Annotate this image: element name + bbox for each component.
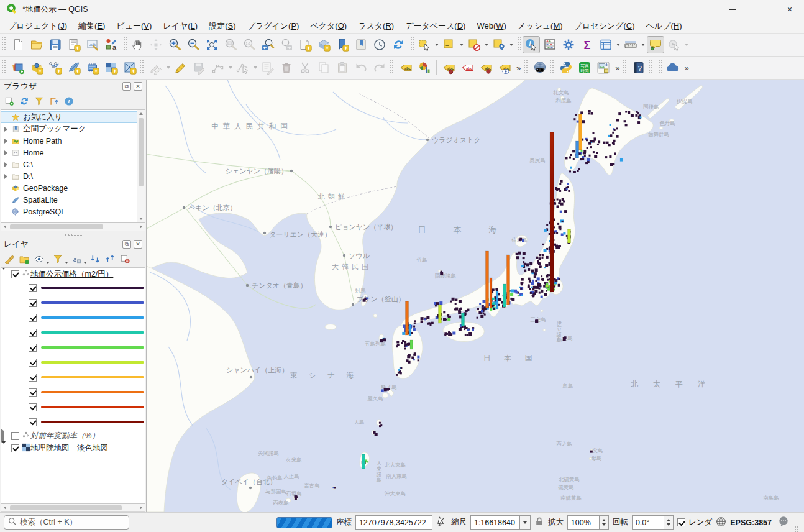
pin-labels-button[interactable]: abc <box>440 59 457 76</box>
menu-h[interactable]: ヘルプ(H) <box>641 19 688 34</box>
browser-vertical-scrollbar[interactable] <box>137 110 145 222</box>
add-vector-layer-button[interactable] <box>28 59 45 76</box>
legend-class-checkbox[interactable] <box>29 314 37 322</box>
menu-d[interactable]: データベース(D) <box>400 19 471 34</box>
browser-item-[interactable]: お気に入り <box>1 111 145 123</box>
add-delimited-text-button[interactable] <box>47 59 64 76</box>
close-button[interactable]: × <box>775 0 804 19</box>
legend-class-checkbox[interactable] <box>29 374 37 382</box>
browser-item-d[interactable]: D:\ <box>1 170 145 182</box>
layer-item[interactable]: 対前年変動率（%） <box>1 429 145 442</box>
panel-add-layer-button[interactable] <box>2 94 16 108</box>
run-feature-action-dropdown[interactable] <box>683 36 690 53</box>
paste-features-button[interactable] <box>334 59 351 76</box>
browser-item-c[interactable]: C:\ <box>1 158 145 170</box>
layers-close-button[interactable]: ✕ <box>134 240 142 249</box>
deselect-all-dropdown[interactable] <box>483 36 490 53</box>
select-features-button[interactable] <box>416 36 433 53</box>
legend-class-row[interactable] <box>1 295 145 310</box>
attribute-table-dropdown[interactable] <box>615 36 621 53</box>
expand-all-button[interactable] <box>88 252 102 266</box>
photo-time-plugin-button[interactable]: 写真時間 <box>576 59 593 76</box>
refresh-map-button[interactable] <box>390 36 407 53</box>
layer-checkbox[interactable] <box>11 432 19 440</box>
toolbar-overflow-chevron[interactable]: » <box>613 63 622 73</box>
current-edits-dropdown[interactable] <box>165 59 171 76</box>
new-bookmark-button[interactable] <box>334 36 351 53</box>
legend-class-checkbox[interactable] <box>29 284 37 292</box>
menu-j[interactable]: プロジェクト(J) <box>2 19 73 34</box>
run-feature-action-button[interactable] <box>665 36 683 53</box>
select-by-location-dropdown[interactable] <box>508 36 514 53</box>
vertex-tool-dropdown[interactable] <box>252 59 258 76</box>
zoom-full-button[interactable] <box>203 36 221 53</box>
remove-layer-button[interactable] <box>118 252 132 266</box>
legend-class-checkbox[interactable] <box>29 418 37 426</box>
select-features-dropdown[interactable] <box>434 36 440 53</box>
identify-features-button[interactable]: i <box>523 36 540 53</box>
add-postgis-button[interactable] <box>84 59 101 76</box>
legend-class-row[interactable] <box>1 385 145 400</box>
measure-line-dropdown[interactable] <box>640 36 646 53</box>
rotation-spinbox[interactable]: 0.0° <box>632 515 674 530</box>
zoom-native-button[interactable]: 1:1 <box>240 36 258 53</box>
layer-diagram-button[interactable] <box>416 59 433 76</box>
map-canvas[interactable]: 日本海東シナ海北太平洋日本国中華人民共和国北朝鮮大韓民国礼文島利尻島国後島択捉島… <box>147 80 804 512</box>
legend-class-row[interactable] <box>1 415 145 429</box>
legend-class-checkbox[interactable] <box>29 329 37 337</box>
cut-features-button[interactable] <box>296 59 314 76</box>
measure-line-button[interactable] <box>622 36 639 53</box>
pan-to-selection-button[interactable] <box>147 36 165 53</box>
map-tips-button[interactable] <box>647 36 664 53</box>
crs-status[interactable]: EPSG:3857 <box>730 518 772 527</box>
legend-class-row[interactable] <box>1 310 145 325</box>
help-contents-button[interactable]: ? <box>630 59 647 76</box>
save-project-button[interactable] <box>47 36 64 53</box>
collapse-all-button[interactable] <box>103 252 117 266</box>
toolbar-overflow-chevron[interactable]: » <box>514 63 523 73</box>
legend-class-row[interactable] <box>1 370 145 385</box>
menu-w[interactable]: Web(W) <box>471 19 511 32</box>
osm-place-search-button[interactable] <box>531 59 549 76</box>
highlight-labels-button[interactable]: abc <box>459 59 476 76</box>
pan-map-button[interactable] <box>129 36 146 53</box>
layout-manager-button[interactable] <box>84 36 101 53</box>
layer-checkbox[interactable] <box>11 270 19 278</box>
data-source-manager-button[interactable] <box>9 59 27 76</box>
layers-float-button[interactable]: ⧉ <box>122 240 131 249</box>
menu-p[interactable]: プラグイン(P) <box>242 19 305 34</box>
locator-search-input[interactable]: 検索（Ctrl + K） <box>4 515 129 530</box>
browser-float-button[interactable]: ⧉ <box>122 82 131 91</box>
layers-horizontal-scrollbar[interactable] <box>1 504 145 512</box>
legend-class-row[interactable] <box>1 400 145 415</box>
undo-button[interactable] <box>352 59 370 76</box>
statistical-summary-button[interactable] <box>541 36 559 53</box>
zoom-to-selection-button[interactable] <box>222 36 239 53</box>
cloud-plugin-button[interactable] <box>664 59 681 76</box>
current-edits-button[interactable] <box>147 59 165 76</box>
temporal-controller-button[interactable] <box>371 36 388 53</box>
legend-class-checkbox[interactable] <box>29 359 37 367</box>
select-by-value-dropdown[interactable] <box>459 36 465 53</box>
digitize-line-button[interactable] <box>209 59 227 76</box>
browser-item-[interactable]: 空間ブックマーク <box>1 123 145 135</box>
show-bookmarks-button[interactable] <box>352 36 370 53</box>
style-brush-button[interactable] <box>2 252 16 266</box>
menu-s[interactable]: 設定(S) <box>203 19 241 34</box>
panel-properties-button[interactable]: i <box>62 94 76 108</box>
menu-l[interactable]: レイヤ(L) <box>157 19 203 34</box>
new-map-view-button[interactable] <box>296 36 314 53</box>
show-hide-labels-button[interactable]: abc <box>496 59 513 76</box>
browser-item-homepath[interactable]: Home Path <box>1 135 145 147</box>
browser-item-spatialite[interactable]: SpatiaLite <box>1 194 145 206</box>
vertex-tool-button[interactable] <box>234 59 252 76</box>
panel-splitter[interactable] <box>0 232 146 237</box>
legend-class-checkbox[interactable] <box>29 344 37 352</box>
zoom-last-button[interactable] <box>259 36 276 53</box>
digitize-line-dropdown[interactable] <box>227 59 234 76</box>
magnifier-spinbox[interactable]: 100% <box>567 515 609 530</box>
move-label-button[interactable]: abc <box>477 59 495 76</box>
select-by-location-button[interactable] <box>490 36 508 53</box>
legend-class-row[interactable] <box>1 280 145 295</box>
maximize-button[interactable] <box>747 0 775 19</box>
